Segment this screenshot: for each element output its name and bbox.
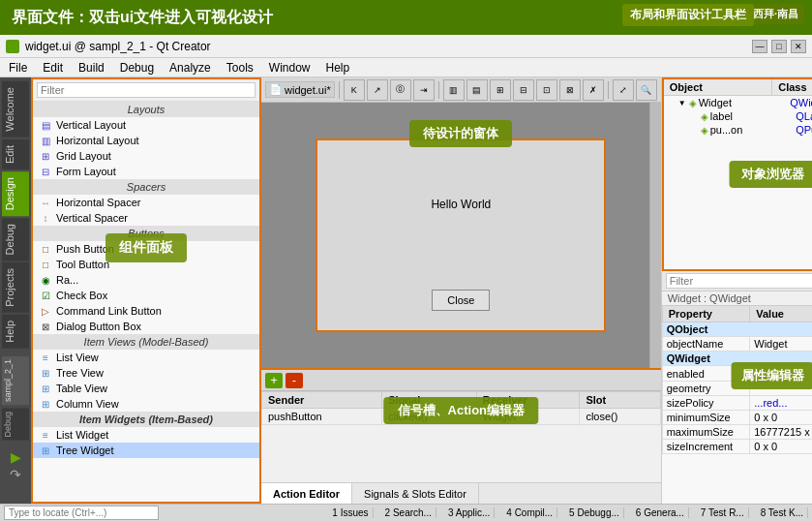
- object-browser-label: 对象浏览器: [730, 161, 812, 188]
- property-filter-input[interactable]: [666, 273, 812, 289]
- item-horizontal-layout[interactable]: ▥ Horizontal Layout: [33, 133, 259, 148]
- object-row-widget[interactable]: ▼ ◈ Widget QWidget: [664, 96, 812, 109]
- item-form-layout[interactable]: ⊟ Form Layout: [33, 164, 259, 179]
- edit-btn[interactable]: Edit: [2, 139, 29, 169]
- item-dialog-button[interactable]: ⊠ Dialog Button Box: [33, 319, 259, 334]
- remove-signal-btn[interactable]: -: [286, 373, 303, 388]
- widget-canvas[interactable]: Hello World Close: [316, 138, 606, 332]
- menu-tools[interactable]: Tools: [224, 61, 256, 75]
- section-spacers: Spacers: [33, 179, 259, 195]
- edit-tab-btn[interactable]: ⇥: [413, 79, 435, 101]
- item-tree-view[interactable]: ⊞ Tree View: [33, 365, 259, 381]
- add-signal-btn[interactable]: +: [265, 373, 283, 388]
- window-title: widget.ui @ sampl_2_1 - Qt Creator: [25, 40, 211, 53]
- menu-edit[interactable]: Edit: [40, 61, 66, 75]
- run-icon[interactable]: ▶: [11, 449, 21, 465]
- edit-signals-btn[interactable]: ↗: [367, 79, 388, 101]
- menu-build[interactable]: Build: [75, 61, 107, 75]
- item-grid-layout[interactable]: ⊞ Grid Layout: [33, 148, 259, 164]
- h-spacer-icon: ↔: [39, 196, 52, 209]
- tree-view-label: Tree View: [56, 367, 104, 379]
- layout-v-btn[interactable]: ▤: [466, 79, 488, 101]
- col-class: Class: [772, 79, 812, 95]
- welcome-btn[interactable]: Welcome: [2, 81, 29, 138]
- help-btn[interactable]: Help: [2, 315, 29, 349]
- close-button[interactable]: ✕: [791, 40, 806, 53]
- layout-grid-btn[interactable]: ⊞: [490, 79, 511, 101]
- status-issues[interactable]: 1 Issues: [328, 507, 373, 518]
- item-table-view[interactable]: ⊞ Table View: [33, 381, 259, 396]
- item-v-spacer[interactable]: ↕ Vertical Spacer: [33, 210, 259, 226]
- status-test-k[interactable]: 8 Test K...: [757, 507, 808, 518]
- prop-row-maxsize[interactable]: maximumSize 16777215 x 16777215: [662, 425, 812, 440]
- item-check-box[interactable]: ☑ Check Box: [33, 288, 259, 303]
- projects-btn[interactable]: Projects: [2, 262, 29, 313]
- toolbar-sep-3: [608, 81, 609, 99]
- menu-window[interactable]: Window: [266, 61, 314, 75]
- prop-row-minsize[interactable]: minimumSize 0 x 0: [662, 411, 812, 425]
- section-item-views: Item Views (Model-Based): [33, 334, 259, 350]
- item-command-link[interactable]: ▷ Command Link Button: [33, 303, 259, 319]
- status-test-r[interactable]: 7 Test R...: [697, 507, 749, 518]
- prop-row-objectname[interactable]: objectName Widget: [662, 337, 812, 352]
- obj-label-class: QLabel: [796, 110, 812, 122]
- maximize-button[interactable]: □: [771, 40, 787, 53]
- prop-row-sizeincrement[interactable]: sizeIncrement 0 x 0: [662, 440, 812, 454]
- filter-input[interactable]: [37, 82, 256, 98]
- status-compil[interactable]: 4 Compil...: [502, 507, 557, 518]
- edit-buddies-btn[interactable]: ⓪: [390, 79, 411, 101]
- item-radio-button[interactable]: ◉ Ra...: [33, 272, 259, 288]
- status-bar: 1 Issues 2 Search... 3 Applic... 4 Compi…: [0, 504, 812, 521]
- object-row-label[interactable]: ◈ label QLabel: [664, 109, 812, 123]
- layout-splitter-h-btn[interactable]: ⊡: [536, 79, 557, 101]
- prop-maxsize-key: maximumSize: [662, 425, 750, 440]
- item-column-view[interactable]: ⊞ Column View: [33, 396, 259, 412]
- break-layout-btn[interactable]: ✗: [583, 79, 604, 101]
- tree-widget-icon: ⊞: [39, 444, 52, 457]
- edit-widgets-btn[interactable]: K: [344, 79, 365, 101]
- close-widget-btn[interactable]: Close: [432, 290, 490, 311]
- item-h-spacer[interactable]: ↔ Horizontal Spacer: [33, 195, 259, 210]
- item-tree-widget[interactable]: ⊞ Tree Widget: [33, 443, 259, 458]
- obj-pushbtn-name: pu...on: [710, 124, 797, 136]
- prop-minsize-key: minimumSize: [662, 411, 750, 425]
- item-list-view[interactable]: ≡ List View: [33, 350, 259, 365]
- menu-file[interactable]: File: [6, 61, 30, 75]
- grid-layout-icon: ⊞: [39, 149, 52, 163]
- minimize-button[interactable]: —: [752, 40, 767, 53]
- status-search[interactable]: 2 Search...: [381, 507, 436, 518]
- layout-splitter-v-btn[interactable]: ⊠: [559, 79, 581, 101]
- tab-signals-slots[interactable]: Signals & Slots Editor: [352, 483, 479, 504]
- list-view-label: List View: [56, 352, 99, 363]
- table-view-icon: ⊞: [39, 382, 52, 395]
- expand-widget[interactable]: ▼: [676, 99, 689, 107]
- zoom-btn[interactable]: 🔍: [636, 79, 657, 101]
- object-row-pushbtn[interactable]: ◈ pu...on QPushButton: [664, 123, 812, 137]
- dialog-button-icon: ⊠: [39, 320, 52, 333]
- debug-label-side[interactable]: Debug: [2, 409, 29, 441]
- item-list-widget[interactable]: ≡ List Widget: [33, 427, 259, 443]
- design-btn[interactable]: Design: [2, 171, 29, 216]
- prop-sizeincrement-key: sizeIncrement: [662, 440, 750, 454]
- label-icon: ◈: [701, 111, 708, 122]
- menu-debug[interactable]: Debug: [117, 61, 157, 75]
- sampl-label[interactable]: sampl_2_1: [2, 356, 29, 405]
- design-canvas[interactable]: 待设计的窗体 Hello World Close: [261, 103, 661, 368]
- menu-help[interactable]: Help: [323, 61, 353, 75]
- adjust-size-btn[interactable]: ⤢: [613, 79, 634, 101]
- layout-form-btn[interactable]: ⊟: [513, 79, 534, 101]
- prop-row-sizepolicy[interactable]: sizePolicy ...red...: [662, 396, 812, 411]
- item-vertical-layout[interactable]: ▤ Vertical Layout: [33, 117, 259, 133]
- status-applic[interactable]: 3 Applic...: [444, 507, 495, 518]
- debug-btn[interactable]: Debug: [2, 218, 29, 260]
- canvas-scrollbar[interactable]: [649, 103, 661, 368]
- obj-pushbtn-class: QPushButton: [796, 124, 812, 136]
- status-genera[interactable]: 6 Genera...: [632, 507, 689, 518]
- status-debug[interactable]: 5 Debugg...: [565, 507, 624, 518]
- tab-action-editor[interactable]: Action Editor: [261, 483, 352, 504]
- menu-analyze[interactable]: Analyze: [166, 61, 214, 75]
- radio-button-label: Ra...: [56, 274, 78, 286]
- step-icon[interactable]: ↷: [10, 467, 21, 482]
- layout-h-btn[interactable]: ▥: [443, 79, 465, 101]
- locate-input[interactable]: [4, 506, 159, 520]
